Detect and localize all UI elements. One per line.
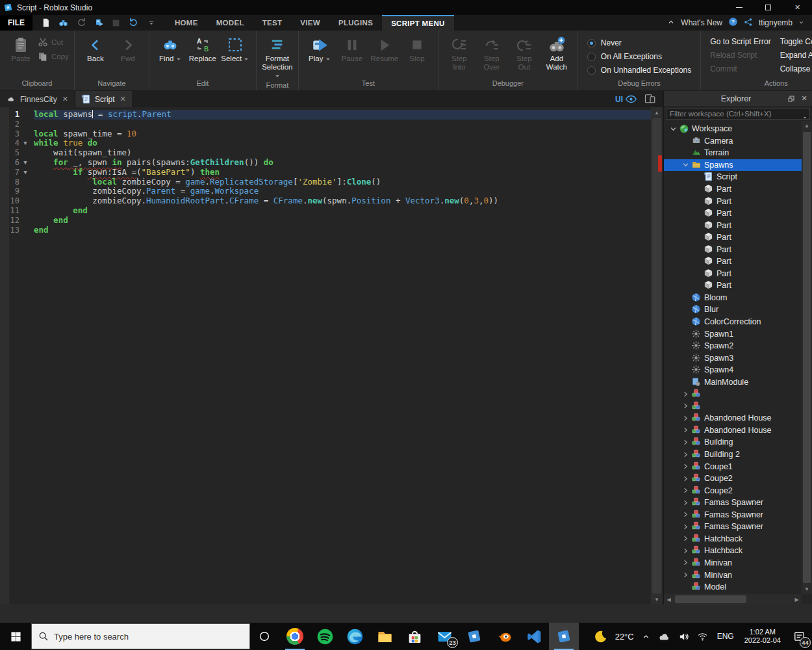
collapse-all-folds-button[interactable]: Collapse All Folds xyxy=(780,64,812,73)
stop-quick-button[interactable] xyxy=(110,18,121,29)
close-tab-icon[interactable]: ✕ xyxy=(120,95,126,103)
taskbar-icon-vscode[interactable] xyxy=(519,623,549,650)
step-into-button[interactable]: StepInto xyxy=(444,33,475,72)
page-quick-button[interactable] xyxy=(40,18,51,29)
close-button[interactable]: ✕ xyxy=(783,0,812,15)
editor-code-area[interactable]: local spawns = script.Parentlocal spawn_… xyxy=(34,110,651,235)
explorer-vertical-scrollbar[interactable]: ▲ ▼ xyxy=(802,121,812,594)
pause-button[interactable]: Pause xyxy=(336,33,368,63)
tree-item-part[interactable]: Part xyxy=(664,219,802,231)
taskbar-icon-mail[interactable]: 23 xyxy=(429,623,459,650)
whats-new-link[interactable]: What's New xyxy=(681,18,722,27)
tree-item-part[interactable]: Part xyxy=(664,268,802,280)
radio-on-all-exceptions[interactable]: On All Exceptions xyxy=(587,52,691,61)
fwd-button[interactable]: Fwd xyxy=(112,33,144,63)
chevron-right-icon[interactable] xyxy=(680,426,691,434)
tree-item-camera[interactable]: Camera xyxy=(664,135,802,148)
chevron-right-icon[interactable] xyxy=(680,511,691,518)
tree-item-part[interactable]: Part xyxy=(664,255,802,268)
editor-vertical-scrollbar[interactable]: ▲ ▼ xyxy=(651,107,663,604)
tree-item-coupe2[interactable]: Coupe2 xyxy=(664,473,802,485)
tree-item-spawn1[interactable]: Spawn1 xyxy=(664,328,802,340)
onedrive-cloud-icon[interactable] xyxy=(654,623,674,650)
menu-tab-model[interactable]: MODEL xyxy=(207,15,253,31)
fold-chevron-icon[interactable]: ▼ xyxy=(19,138,31,148)
menu-tab-script-menu[interactable]: SCRIPT MENU xyxy=(382,15,454,31)
fold-chevron-icon[interactable]: ▼ xyxy=(19,168,31,177)
tree-item-spawns[interactable]: Spawns xyxy=(664,159,802,172)
explorer-scrollbar-thumb[interactable] xyxy=(803,132,811,583)
tree-item-part[interactable]: Part xyxy=(664,183,802,196)
tree-item-famas-spawner[interactable]: Famas Spawner xyxy=(664,521,802,533)
username-menu[interactable]: ttignyemb xyxy=(759,18,793,27)
tree-item-colorcorrection[interactable]: ColorCorrection xyxy=(664,316,802,328)
taskbar-icon-blender[interactable] xyxy=(489,623,519,650)
tree-item-part[interactable]: Part xyxy=(664,280,802,292)
chevron-right-icon[interactable] xyxy=(680,415,691,422)
tree-item-model[interactable] xyxy=(664,400,802,413)
tree-item-building-2[interactable]: Building 2 xyxy=(664,448,802,461)
tree-item-part[interactable]: Part xyxy=(664,195,802,207)
code-line-6[interactable]: for _, spwn in pairs(spawns:GetChildren(… xyxy=(34,158,651,168)
tree-item-spawn4[interactable]: Spawn4 xyxy=(664,364,802,376)
code-line-3[interactable]: local spawn_time = 10 xyxy=(34,129,651,139)
explorer-hscrollbar-thumb[interactable] xyxy=(675,595,746,603)
chevron-right-icon[interactable] xyxy=(680,439,691,446)
chevron-right-icon[interactable] xyxy=(680,402,691,410)
resume-button[interactable]: Resume xyxy=(369,33,400,63)
chevron-right-icon[interactable] xyxy=(680,535,691,542)
explorer-horizontal-scrollbar[interactable]: ◀ ▶ xyxy=(664,594,802,604)
menu-tab-view[interactable]: VIEW xyxy=(291,15,329,31)
add-watch-button[interactable]: AddWatch xyxy=(541,33,572,72)
code-line-5[interactable]: wait(spawn_time) xyxy=(34,148,651,158)
find-button[interactable]: Find xyxy=(155,33,186,63)
expand-all-folds-button[interactable]: Expand All Folds xyxy=(780,51,812,60)
radio-never[interactable]: Never xyxy=(587,38,691,47)
scroll-right-icon[interactable]: ▶ xyxy=(792,597,802,603)
format-selection-button[interactable]: FormatSelection xyxy=(262,33,293,80)
undo-quick-button[interactable] xyxy=(128,18,139,29)
weather-moon-icon[interactable] xyxy=(590,623,611,650)
code-line-2[interactable] xyxy=(34,120,651,129)
chevron-right-icon[interactable] xyxy=(680,451,691,458)
code-line-10[interactable]: zombieCopy.HumanoidRootPart.CFrame = CFr… xyxy=(34,196,651,206)
tree-item-minivan[interactable]: Minivan xyxy=(664,557,802,569)
collapse-ribbon-icon[interactable] xyxy=(667,18,675,28)
close-panel-icon[interactable]: ✕ xyxy=(799,94,809,104)
play-button[interactable]: Play xyxy=(304,33,335,63)
binoculars-quick-button[interactable] xyxy=(58,18,69,29)
cut-button[interactable]: Cut xyxy=(38,37,69,47)
minimize-button[interactable] xyxy=(724,0,754,15)
tree-item-script[interactable]: Script xyxy=(664,171,802,183)
back-button[interactable]: Back xyxy=(80,33,111,63)
tree-item-famas-spawner[interactable]: Famas Spawner xyxy=(664,509,802,521)
close-tab-icon[interactable]: ✕ xyxy=(62,95,68,103)
chevron-down-icon[interactable] xyxy=(668,125,679,133)
taskbar-icon-spotify[interactable] xyxy=(310,623,340,650)
share-icon[interactable] xyxy=(744,18,753,29)
commit-button[interactable]: Commit xyxy=(710,64,770,73)
chevron-right-icon[interactable] xyxy=(680,571,691,578)
fold-chevron-icon[interactable]: ▼ xyxy=(19,158,31,168)
toggle-comment-button[interactable]: Toggle Comment xyxy=(780,37,812,46)
radio-on-unhandled-exceptions[interactable]: On Unhandled Exceptions xyxy=(587,66,691,75)
paste-button[interactable]: Paste xyxy=(5,33,36,63)
menu-tab-home[interactable]: HOME xyxy=(166,15,207,31)
tree-item-workspace[interactable]: Workspace xyxy=(664,123,802,135)
taskbar-icon-chrome[interactable] xyxy=(280,623,310,650)
file-menu-button[interactable]: FILE xyxy=(0,15,32,31)
chevron-right-icon[interactable] xyxy=(680,475,691,482)
chevron-right-icon[interactable] xyxy=(680,391,691,398)
taskbar-search[interactable] xyxy=(31,623,250,649)
volume-icon[interactable] xyxy=(674,623,693,650)
help-icon[interactable]: ? xyxy=(728,17,738,29)
scroll-left-icon[interactable]: ◀ xyxy=(664,597,674,603)
tree-item-part[interactable]: Part xyxy=(664,231,802,244)
redo-quick-button[interactable] xyxy=(75,18,86,29)
tree-item-hatchback[interactable]: Hatchback xyxy=(664,545,802,557)
tree-item-building[interactable]: Building xyxy=(664,436,802,448)
tree-item-coupe1[interactable]: Coupe1 xyxy=(664,460,802,473)
scroll-down-icon[interactable]: ▼ xyxy=(651,594,663,604)
chevron-right-icon[interactable] xyxy=(680,487,691,494)
search-input[interactable] xyxy=(54,632,223,642)
